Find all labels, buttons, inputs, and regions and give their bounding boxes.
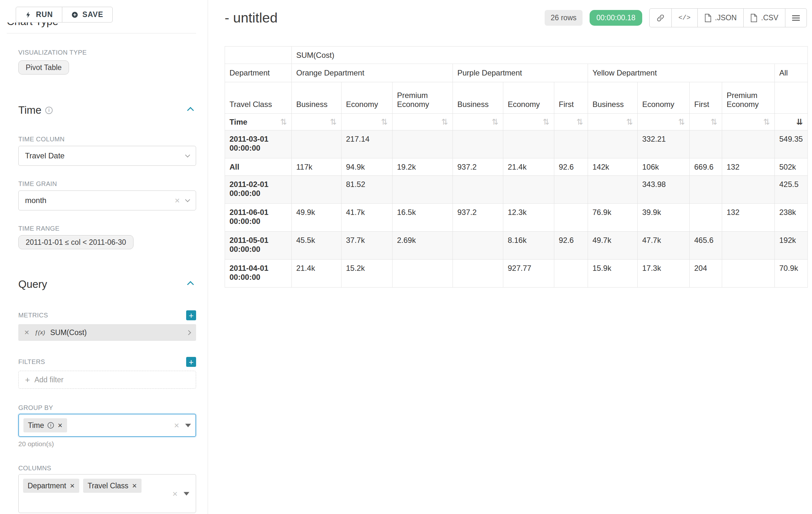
export-csv-button[interactable]: .CSV <box>743 8 785 27</box>
export-csv-label: .CSV <box>761 13 778 22</box>
columns-chip[interactable]: Travel Class ✕ <box>83 479 142 493</box>
sort-header-cell: ⇅ <box>393 114 453 130</box>
value-cell: 117k <box>292 158 342 176</box>
time-column-label: TIME COLUMN <box>18 136 196 143</box>
row-count-badge: 26 rows <box>545 10 583 26</box>
sort-header-cell: ⇅ <box>503 114 554 130</box>
visualization-type-label: VISUALIZATION TYPE <box>18 49 196 56</box>
clear-icon[interactable]: ✕ <box>174 197 180 204</box>
row-label-cell: All <box>225 158 292 176</box>
value-cell <box>690 176 722 204</box>
value-cell: 669.6 <box>690 158 722 176</box>
columns-chip[interactable]: Department ✕ <box>23 479 79 493</box>
time-column-select[interactable]: Travel Date <box>18 146 196 166</box>
value-cell <box>722 260 775 288</box>
metric-chip[interactable]: ✕ ƒ(x) SUM(Cost) <box>18 324 196 341</box>
sort-header-cell: ⇅ <box>292 114 342 130</box>
value-cell: 204 <box>690 260 722 288</box>
sort-header-cell-active: ⇊ <box>775 114 808 130</box>
remove-chip-icon[interactable]: ✕ <box>132 483 137 489</box>
remove-metric-icon[interactable]: ✕ <box>24 329 30 336</box>
file-icon <box>704 14 712 22</box>
sort-icon[interactable]: ⇅ <box>543 118 549 126</box>
save-button[interactable]: SAVE <box>62 7 113 23</box>
clear-icon[interactable]: ✕ <box>174 422 179 429</box>
copy-link-button[interactable] <box>649 8 672 27</box>
all-subcolumn-cell <box>775 82 808 114</box>
sort-icon[interactable]: ⇅ <box>678 118 685 126</box>
value-cell: 106k <box>638 158 690 176</box>
value-cell: 132 <box>722 204 775 232</box>
columns-select[interactable]: Department ✕ Travel Class ✕ ✕ <box>18 474 196 513</box>
sort-icon[interactable]: ⇅ <box>280 118 287 126</box>
plus-icon: + <box>189 358 194 366</box>
time-grain-select[interactable]: month ✕ <box>18 190 196 210</box>
add-metric-button[interactable]: + <box>186 310 196 320</box>
value-cell: 47.7k <box>638 232 690 260</box>
export-button-group: </> .JSON .CSV <box>649 8 807 27</box>
chevron-down-icon <box>185 152 190 157</box>
value-cell <box>453 260 503 288</box>
time-range-pill[interactable]: 2011-01-01 ≤ col < 2011-06-30 <box>18 235 134 249</box>
value-cell: 37.7k <box>342 232 393 260</box>
visualization-type-pill[interactable]: Pivot Table <box>18 60 69 75</box>
file-icon <box>750 14 757 22</box>
query-timer-badge: 00:00:00.18 <box>589 10 642 26</box>
sort-icon-active[interactable]: ⇊ <box>796 118 803 126</box>
sort-icon[interactable]: ⇅ <box>441 118 448 126</box>
export-json-button[interactable]: .JSON <box>697 8 744 27</box>
sort-header-cell: ⇅ <box>342 114 393 130</box>
value-cell <box>453 232 503 260</box>
collapse-chevron-icon[interactable] <box>187 107 194 113</box>
remove-chip-icon[interactable]: ✕ <box>57 423 63 429</box>
metrics-label: METRICS <box>18 312 48 319</box>
sort-icon[interactable]: ⇅ <box>492 118 498 126</box>
value-cell: 92.6 <box>554 158 588 176</box>
value-cell: 21.4k <box>503 158 554 176</box>
filters-label: FILTERS <box>18 358 45 366</box>
value-cell <box>292 130 342 158</box>
sort-icon[interactable]: ⇅ <box>710 118 717 126</box>
sort-icon[interactable]: ⇅ <box>576 118 583 126</box>
add-filter-button[interactable]: + Add filter <box>18 371 196 389</box>
result-controls: 26 rows 00:00:00.18 </> <box>545 8 807 27</box>
plus-icon: + <box>25 376 30 384</box>
chevron-right-icon[interactable] <box>186 330 191 335</box>
view-query-button[interactable]: </> <box>671 8 698 27</box>
value-cell: 465.6 <box>690 232 722 260</box>
group-by-chip-label: Time <box>28 421 44 430</box>
clear-icon[interactable]: ✕ <box>172 490 178 497</box>
value-cell <box>588 176 638 204</box>
sort-icon[interactable]: ⇅ <box>381 118 388 126</box>
group-by-chip[interactable]: Time i ✕ <box>23 418 67 432</box>
sort-icon[interactable]: ⇅ <box>330 118 337 126</box>
time-range-label: TIME RANGE <box>18 225 196 232</box>
sort-icon[interactable]: ⇅ <box>626 118 633 126</box>
time-heading-label: Time <box>18 103 41 117</box>
total-cell: 549.35 <box>775 130 808 158</box>
add-filter-plus-button[interactable]: + <box>186 357 196 367</box>
collapse-chevron-icon[interactable] <box>187 18 194 25</box>
run-button[interactable]: RUN <box>16 7 62 23</box>
value-cell: 45.5k <box>292 232 342 260</box>
value-cell: 132 <box>722 158 775 176</box>
remove-chip-icon[interactable]: ✕ <box>70 483 75 489</box>
value-cell <box>393 130 453 158</box>
travel-class-header: Economy <box>503 82 554 114</box>
menu-button[interactable] <box>785 8 807 27</box>
column-info-icon: i <box>48 422 54 429</box>
travel-class-header: Economy <box>342 82 393 114</box>
value-cell <box>690 204 722 232</box>
control-panel-scroll[interactable]: Chart Type VISUALIZATION TYPE Pivot Tabl… <box>0 0 208 514</box>
total-cell: 70.9k <box>775 260 808 288</box>
travel-class-header: Premium Economy <box>722 82 775 114</box>
save-button-label: SAVE <box>83 10 103 19</box>
value-cell: 142k <box>588 158 638 176</box>
sort-icon[interactable]: ⇅ <box>763 118 770 126</box>
value-cell: 937.2 <box>453 158 503 176</box>
caret-down-icon <box>183 492 190 495</box>
collapse-chevron-icon[interactable] <box>187 281 194 288</box>
total-cell: 192k <box>775 232 808 260</box>
group-by-select[interactable]: Time i ✕ ✕ <box>18 414 196 437</box>
pivot-corner-cell <box>225 47 292 64</box>
